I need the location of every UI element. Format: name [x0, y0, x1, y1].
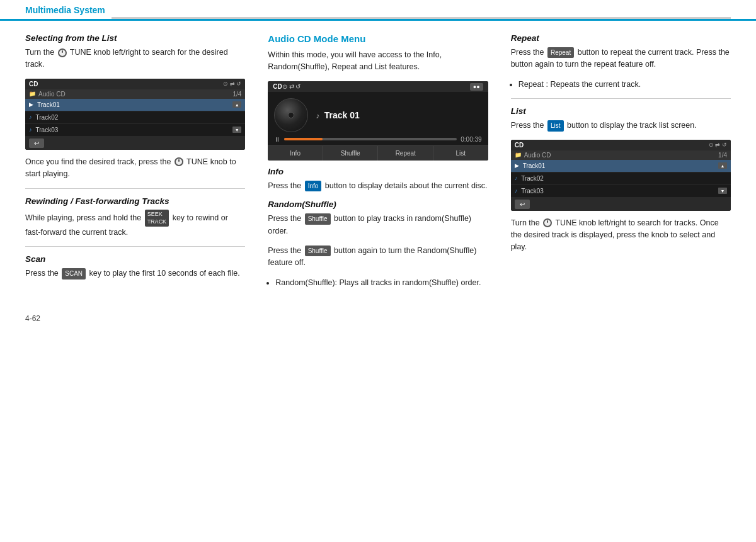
header-accent-line	[112, 17, 731, 19]
section-body-scan: Press the SCAN key to play the first 10 …	[25, 268, 245, 279]
section-title-rewinding: Rewinding / Fast-forwarding Tracks	[25, 196, 245, 206]
repeat-bullet-list: Repeat : Repeats the current track.	[518, 79, 731, 91]
shuffle-button-label-2: Shuffle	[305, 246, 331, 257]
cd-large-main: ♪ Track 01	[268, 92, 488, 136]
section-rewinding: Rewinding / Fast-forwarding Tracks While…	[25, 196, 245, 239]
nav-arrows-right: ▼	[232, 127, 241, 133]
section-title-audio-cd: Audio CD Mode Menu	[268, 33, 488, 44]
track-list-1: ▶ Track01 ▲ ♪ Track02 ♪ Track03	[25, 99, 245, 137]
track-item: ▶ Track01 ▲	[511, 160, 731, 172]
cd-repeat-button[interactable]: Repeat	[378, 146, 433, 161]
cd-list-button[interactable]: List	[433, 146, 488, 161]
nav-arrows-2: ▲	[718, 162, 727, 169]
section-body-info: Press the Info button to display details…	[268, 180, 488, 192]
section-repeat: Repeat Press the Repeat button to repeat…	[511, 33, 731, 91]
play-icon-2: ▶	[515, 162, 519, 169]
tune-knob-icon-3	[543, 218, 552, 227]
music-icon-2: ♪	[515, 175, 518, 181]
back-button[interactable]: ↩	[29, 138, 44, 148]
track-item: ▶ Track01 ▲	[25, 99, 245, 111]
divider	[25, 246, 245, 247]
page-footer: 4-62	[0, 308, 756, 329]
header-title: Multimedia System	[25, 5, 105, 19]
section-info: Info Press the Info button to display de…	[268, 167, 488, 192]
column-2: Audio CD Mode Menu Within this mode, you…	[256, 33, 499, 295]
cd-large-top-bar: CD ⊙ ⇄ ↺ ●●	[268, 81, 488, 92]
section-title-scan: Scan	[25, 254, 245, 264]
shuffle-bullet-list: Random(Shuffle): Plays all tracks in ran…	[275, 277, 488, 289]
track-nav-2: ↩	[511, 198, 731, 211]
track-item: ♪ Track02	[511, 172, 731, 185]
repeat-button-label: Repeat	[547, 47, 574, 59]
section-title-shuffle: Random(Shuffle)	[268, 200, 488, 209]
cd-progress-row: ⏸ 0:00:39	[268, 136, 488, 145]
section-body-list-2: Turn the TUNE knob left/right to search …	[511, 217, 731, 254]
cd-progress-fill	[284, 138, 322, 140]
track-item: ♪ Track03 ▼	[511, 185, 731, 198]
cd-screen-large: CD ⊙ ⇄ ↺ ●● ♪ Track 01 ⏸	[268, 81, 488, 161]
section-title-repeat: Repeat	[511, 33, 731, 43]
repeat-bullet-item: Repeat : Repeats the current track.	[518, 79, 731, 91]
divider	[511, 98, 731, 99]
nav-down-arrow-2[interactable]: ▼	[718, 188, 727, 194]
section-list: List Press the List button to display th…	[511, 106, 731, 254]
page-number: 4-62	[25, 314, 40, 323]
section-scan: Scan Press the SCAN key to play the firs…	[25, 254, 245, 279]
play-icon: ▶	[29, 101, 33, 108]
list-button-label: List	[547, 120, 564, 132]
section-body-selecting: Turn the TUNE knob left/right to search …	[25, 47, 245, 71]
cd-progress-bar	[284, 138, 457, 140]
cd-top-bar: CD ⊙ ⇄ ↺	[25, 79, 245, 89]
section-title-list: List	[511, 106, 731, 116]
nav-arrows-right-2: ▼	[718, 188, 727, 194]
section-audio-cd: Audio CD Mode Menu Within this mode, you…	[268, 33, 488, 161]
section-body-repeat: Press the Repeat button to repeat the cu…	[511, 47, 731, 71]
seek-track-button: SEEKTRACK	[145, 210, 169, 227]
section-selecting-list: Selecting from the List Turn the TUNE kn…	[25, 33, 245, 181]
track-item: ♪ Track02	[25, 111, 245, 124]
folder-icon: 📁	[29, 91, 36, 97]
cd-top-icons-2: ⊙ ⇄ ↺	[709, 142, 727, 148]
cd-shuffle-button[interactable]: Shuffle	[323, 146, 379, 161]
track-nav: ↩	[25, 137, 245, 150]
info-button-label: Info	[305, 181, 322, 192]
nav-up-arrow-2[interactable]: ▲	[718, 162, 727, 169]
nav-down-arrow[interactable]: ▼	[232, 127, 241, 133]
main-content: Selecting from the List Turn the TUNE kn…	[0, 21, 756, 308]
tune-knob-icon	[58, 48, 67, 57]
cd-screen-list-1: CD ⊙ ⇄ ↺ 📁 Audio CD 1/4 ▶ Track01 ▲	[25, 79, 245, 150]
music-icon: ♪	[29, 114, 32, 120]
shuffle-button-label-1: Shuffle	[305, 213, 331, 225]
scan-button-label: SCAN	[62, 268, 86, 279]
pause-icon: ⏸	[274, 136, 280, 143]
section-body-audio-cd: Within this mode, you will have access t…	[268, 49, 488, 74]
folder-icon-2: 📁	[515, 152, 522, 158]
section-random-shuffle: Random(Shuffle) Press the Shuffle button…	[268, 200, 488, 289]
section-title-info: Info	[268, 167, 488, 176]
cd-subtitle-bar: 📁 Audio CD 1/4	[25, 89, 245, 99]
cd-info-button[interactable]: Info	[268, 146, 323, 161]
section-body-selecting-2: Once you find the desired track, press t…	[25, 156, 245, 181]
divider	[25, 188, 245, 189]
cd-track-info: ♪ Track 01	[316, 110, 359, 120]
back-button-2[interactable]: ↩	[515, 200, 530, 209]
shuffle-bullet-item: Random(Shuffle): Plays all tracks in ran…	[275, 277, 488, 289]
track-list-2: ▶ Track01 ▲ ♪ Track02 ♪ Track03	[511, 160, 731, 198]
section-body-shuffle-1: Press the Shuffle button to play tracks …	[268, 213, 488, 237]
cd-subtitle-bar-2: 📁 Audio CD 1/4	[511, 150, 731, 160]
page-header: Multimedia System	[0, 0, 756, 21]
tune-knob-icon-2	[175, 157, 183, 166]
music-note-icon: ♪	[316, 111, 321, 120]
cd-screen-list-2: CD ⊙ ⇄ ↺ 📁 Audio CD 1/4 ▶ Track01 ▲	[511, 140, 731, 211]
cd-time: 0:00:39	[461, 136, 481, 143]
nav-arrows: ▲	[232, 101, 241, 108]
music-icon-3: ♪	[515, 188, 518, 194]
cd-disc	[274, 98, 308, 132]
cd-top-icons: ⊙ ⇄ ↺	[223, 81, 241, 87]
track-item: ♪ Track03 ▼	[25, 124, 245, 137]
column-3: Repeat Press the Repeat button to repeat…	[500, 33, 731, 295]
cd-disc-inner	[288, 112, 294, 118]
nav-up-arrow[interactable]: ▲	[232, 101, 241, 108]
music-icon: ♪	[29, 127, 32, 133]
section-body-shuffle-2: Press the Shuffle button again to turn t…	[268, 245, 488, 269]
